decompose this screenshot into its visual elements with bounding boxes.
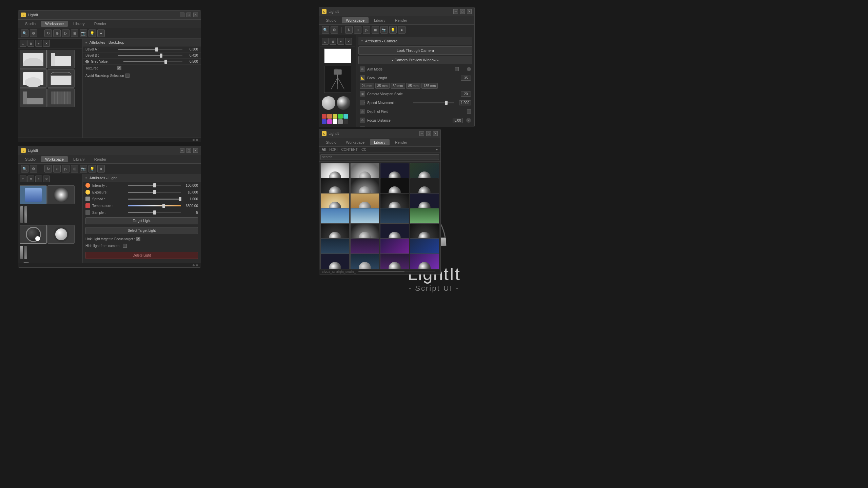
lib-type-content[interactable]: CONTENT [340, 147, 359, 152]
lib-tab-studio[interactable]: Studio [322, 139, 340, 145]
library-minimize-btn[interactable]: ─ [419, 131, 424, 136]
swatch-dark[interactable] [343, 119, 348, 124]
lib-type-more[interactable]: ▾ [435, 147, 439, 152]
cam-sidebar-tool-4[interactable]: ✕ [345, 38, 352, 45]
library-scroll[interactable] [358, 271, 435, 272]
select-target-btn[interactable]: Select Target Light [85, 227, 198, 234]
bevel-a-slider[interactable] [118, 49, 182, 50]
intensity-thumb[interactable] [153, 183, 156, 187]
grey-radio[interactable] [85, 60, 89, 63]
sidebar-tool-1[interactable]: □ [20, 40, 26, 47]
tool-search[interactable]: 🔍 [21, 29, 28, 37]
library-maximize-btn[interactable]: □ [426, 131, 431, 136]
focal-35[interactable]: 35 mm [375, 83, 390, 89]
cam-tab-studio[interactable]: Studio [322, 17, 340, 23]
aperture-value[interactable]: 0.0 [461, 127, 471, 127]
light-sidebar-tool-1[interactable]: □ [20, 176, 26, 182]
light-tool-2[interactable]: ⚙ [30, 165, 37, 172]
tool-material[interactable]: ● [97, 29, 105, 37]
sidebar-tool-3[interactable]: ≡ [35, 40, 42, 47]
temp-slider[interactable] [128, 205, 181, 206]
lib-type-cc[interactable]: CC [360, 147, 368, 152]
focal-value[interactable]: 35 [461, 76, 471, 81]
textured-checkbox[interactable]: ✓ [117, 66, 121, 70]
light-stick-4[interactable] [24, 246, 27, 259]
swatch-blue[interactable] [322, 119, 327, 124]
lib-item-28[interactable] [410, 253, 439, 269]
cam-sidebar-tool-2[interactable]: ⊕ [330, 38, 336, 45]
light-tool-play[interactable]: ▷ [62, 165, 70, 172]
cam-sphere-grey[interactable] [322, 96, 335, 110]
cam-white-swatch[interactable] [324, 48, 351, 63]
light-thumb-dark[interactable] [20, 225, 47, 244]
cam-tab-render[interactable]: Render [391, 17, 411, 23]
cam-sphere-chrome[interactable] [337, 96, 350, 110]
bevel-b-slider[interactable] [118, 55, 182, 56]
light-tab-render[interactable]: Render [90, 156, 111, 162]
light-tool-mat[interactable]: ● [97, 165, 105, 172]
tab-render[interactable]: Render [90, 21, 111, 27]
aim-dot[interactable] [467, 67, 471, 71]
cam-tool-mat[interactable]: ● [398, 26, 406, 34]
library-search-input[interactable] [320, 154, 439, 160]
sample-thumb[interactable] [153, 210, 156, 215]
swatch-purple[interactable] [327, 119, 332, 124]
focal-135[interactable]: 135 mm [421, 83, 438, 89]
cam-tool-add[interactable]: ⊕ [354, 26, 361, 34]
light-tool-cam[interactable]: 📷 [80, 165, 87, 172]
exposure-thumb[interactable] [153, 190, 156, 194]
light-stick-3[interactable] [20, 246, 23, 259]
lib-tab-workspace[interactable]: Workspace [342, 139, 369, 145]
backdrop-thumb-1[interactable] [20, 50, 47, 68]
light-sidebar-tool-4[interactable]: ✕ [43, 176, 50, 182]
cam-sidebar-tool-1[interactable]: □ [322, 38, 329, 45]
light-sidebar-tool-2[interactable]: ⊕ [27, 176, 34, 182]
tool-settings[interactable]: ⚙ [30, 29, 37, 37]
hide-camera-checkbox[interactable] [123, 244, 127, 248]
focal-50[interactable]: 50 mm [391, 83, 405, 89]
backdrop-thumb-3[interactable] [20, 69, 47, 88]
dof-checkbox[interactable] [467, 109, 471, 114]
focus-value[interactable]: 5.00 [453, 118, 463, 123]
light-tool-bulb[interactable]: 💡 [88, 165, 96, 172]
bevel-b-thumb[interactable] [160, 54, 162, 58]
light-tool-1[interactable]: 🔍 [21, 165, 28, 172]
light-tab-studio[interactable]: Studio [21, 156, 40, 162]
cam-tool-play[interactable]: ▷ [363, 26, 370, 34]
camera-minimize-btn[interactable]: ─ [453, 9, 458, 14]
tab-workspace[interactable]: Workspace [41, 21, 68, 27]
light-tool-refresh[interactable]: ↻ [44, 165, 52, 172]
cam-tool-cam[interactable]: 📷 [380, 26, 388, 34]
temp-thumb[interactable] [162, 204, 165, 208]
tool-light[interactable]: 💡 [88, 29, 96, 37]
delete-light-btn[interactable]: Delete Light [85, 252, 198, 259]
light-tool-add[interactable]: ⊕ [53, 165, 61, 172]
swatch-green[interactable] [338, 114, 343, 119]
lib-type-all[interactable]: All [320, 147, 327, 152]
target-light-btn[interactable]: Target Light [85, 217, 198, 224]
speed-value[interactable]: 1.000 [459, 100, 471, 105]
minimize-btn[interactable]: ─ [180, 13, 184, 17]
tool-add[interactable]: ↻ [44, 29, 52, 37]
lib-item-25[interactable] [320, 253, 350, 269]
cam-tool-bulb[interactable]: 💡 [389, 26, 397, 34]
tool-camera[interactable]: 📷 [80, 29, 87, 37]
link-target-checkbox[interactable]: ✓ [136, 237, 140, 241]
sample-slider[interactable] [128, 212, 181, 213]
camera-close-btn[interactable]: ✕ [467, 9, 472, 14]
lib-tab-render[interactable]: Render [391, 139, 411, 145]
intensity-slider[interactable] [128, 185, 181, 186]
sidebar-tool-2[interactable]: ⊕ [27, 40, 34, 47]
lib-tab-library[interactable]: Library [370, 139, 390, 145]
light-stick-2[interactable] [24, 206, 27, 223]
viewport-value[interactable]: 20 [461, 92, 471, 97]
focal-85[interactable]: 85 mm [406, 83, 421, 89]
maximize-btn[interactable]: □ [186, 13, 191, 17]
cam-sidebar-tool-3[interactable]: ≡ [337, 38, 344, 45]
lib-type-hdri[interactable]: HDRI [328, 147, 339, 152]
avoid-backdrop-checkbox[interactable] [125, 74, 130, 78]
swatch-cyan[interactable] [343, 114, 348, 119]
light-thumb-area[interactable] [20, 185, 47, 204]
exposure-slider[interactable] [128, 192, 181, 193]
focus-reset[interactable]: ✕ [466, 118, 471, 123]
